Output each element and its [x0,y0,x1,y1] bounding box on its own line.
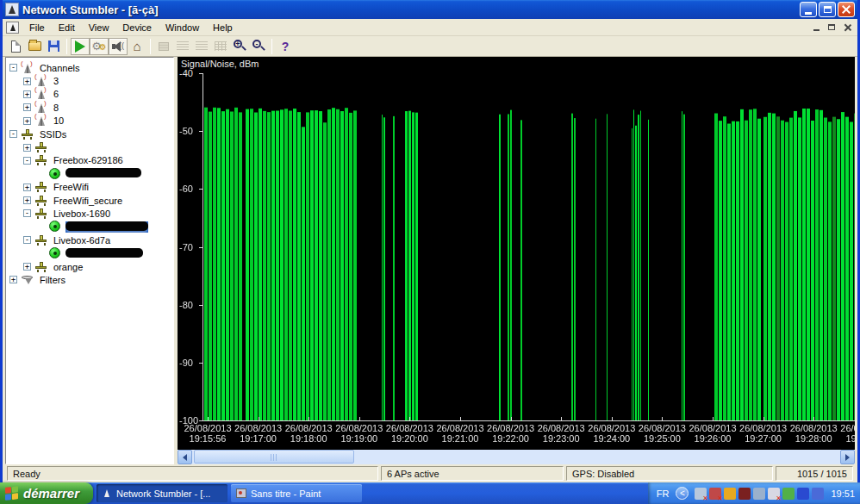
x-axis-tick [308,417,309,421]
menu-help[interactable]: Help [206,21,240,34]
tree-item-blank[interactable]: + [6,140,173,153]
open-file-button[interactable] [25,38,44,55]
collapse-toggle[interactable]: - [9,130,17,138]
toolbar: ⚙⚙((⌂+-? [3,36,857,57]
expand-toggle[interactable]: + [23,90,31,98]
start-button[interactable]: démarrer [0,482,93,504]
tree-item-freebox-629186[interactable]: -Freebox-629186 [6,154,173,167]
zoom-in-button[interactable]: + [230,38,249,55]
x-axis-tick [662,417,663,421]
expand-toggle[interactable]: + [23,144,31,152]
taskbar: démarrer Network Stumbler - [...Sans tit… [0,482,860,504]
network-disconnected-icon[interactable] [695,488,707,500]
tree-item-redacted-mac[interactable] [6,246,173,259]
close-icon [842,5,851,14]
tree-item-livebox-1690[interactable]: -Livebox-1690 [6,207,173,220]
usb-warning-icon[interactable] [724,488,736,500]
sound-button[interactable]: (( [109,38,128,55]
save-file-button[interactable] [44,38,63,55]
security-alert-icon[interactable] [709,488,721,500]
clock[interactable]: 19:51 [831,488,855,499]
ssid-icon [34,234,48,246]
ap-icon [48,221,62,233]
tree-item-freewifi-secure[interactable]: +FreeWifi_secure [6,194,173,207]
new-document-button[interactable] [6,38,25,55]
child-close-button[interactable] [840,22,854,34]
menu-edit[interactable]: Edit [52,21,82,34]
tree-item-10[interactable]: +( )10 [6,115,173,128]
y-axis-tick [199,247,203,248]
close-button[interactable] [838,2,855,17]
taskbar-button-paint[interactable]: Sans titre - Paint [231,484,362,502]
collapse-toggle[interactable]: - [23,209,31,217]
tree-item-label: 8 [52,103,60,113]
y-axis-tick [199,363,203,364]
ssid-icon [34,181,48,193]
status-aps-active: 6 APs active [381,466,564,481]
child-window-icon[interactable] [6,22,19,34]
tree-item-label [52,142,55,152]
child-minimize-button[interactable] [809,22,823,34]
scroll-left-button[interactable] [178,450,192,464]
menu-window[interactable]: Window [159,21,206,34]
tree-item-livebox-6d7a[interactable]: -Livebox-6d7a [6,233,173,246]
scrollbar-track[interactable] [192,450,840,464]
x-axis-tick [460,417,461,421]
zoom-out-button[interactable]: - [249,38,268,55]
restore-icon [824,6,832,13]
new-document-icon [11,40,21,53]
collapse-toggle[interactable]: - [9,64,17,72]
minimize-icon [813,29,819,31]
gps-home-button[interactable]: ⌂ [128,38,146,55]
expand-toggle[interactable]: + [23,184,31,191]
minimize-button[interactable] [800,2,817,17]
chart-horizontal-scrollbar[interactable] [178,450,855,464]
tree-item-8[interactable]: +( )8 [6,101,173,114]
redacted-mac-address [65,248,143,258]
updater-icon[interactable] [782,488,795,500]
view-list-small-icon [177,41,189,51]
expand-toggle[interactable]: + [23,103,31,111]
tree-item-label: Livebox-1690 [52,208,112,219]
tree-item-6[interactable]: +( )6 [6,88,173,101]
display-icon[interactable] [753,488,765,500]
expand-toggle[interactable]: + [9,276,17,283]
options-button[interactable]: ⚙⚙ [90,38,109,55]
network-tree: -( )Channels+( )3+( )6+( )8+( )10-SSIDs+… [5,57,174,464]
taskbar-button-network-stumbler[interactable]: Network Stumbler - [... [97,484,227,502]
child-restore-button[interactable] [825,22,838,34]
menu-view[interactable]: View [82,21,116,34]
scrollbar-thumb[interactable] [194,450,354,464]
battery-icon[interactable] [797,488,809,500]
x-axis-tick [511,417,512,421]
messenger-icon[interactable] [812,488,824,500]
start-scan-button[interactable] [71,38,90,55]
tree-item-orange[interactable]: +orange [6,260,173,273]
collapse-toggle[interactable]: - [23,157,31,165]
language-indicator[interactable]: FR [657,488,670,499]
expand-toggle[interactable]: + [23,78,31,85]
expand-toggle[interactable]: + [23,196,31,204]
menu-file[interactable]: File [22,21,52,34]
tree-item-filters[interactable]: +Filters [6,273,173,286]
view-details-button [192,38,211,55]
expand-toggle[interactable]: + [23,263,31,271]
menu-device[interactable]: Device [115,21,159,34]
tree-item-ssids[interactable]: -SSIDs [6,128,173,140]
restore-button[interactable] [819,2,836,17]
help-button[interactable]: ? [276,38,295,55]
expand-toggle[interactable]: + [23,117,31,125]
title-bar[interactable]: Network Stumbler - [ā-çà] [3,0,857,19]
open-file-icon [28,41,41,51]
tree-item-redacted-mac[interactable] [6,221,173,233]
antivirus-icon[interactable] [768,488,780,500]
hide-tray-icons-button[interactable]: < [676,487,689,500]
tree-item-3[interactable]: +( )3 [6,74,173,87]
tree-item-redacted-mac[interactable] [6,167,173,180]
collapse-toggle[interactable]: - [23,236,31,244]
scroll-right-button[interactable] [840,450,855,464]
burner-icon[interactable] [738,488,751,500]
tree-item-channels[interactable]: -( )Channels [6,61,173,74]
tree-item-freewifi[interactable]: +FreeWifi [6,181,173,194]
y-axis-tick [199,131,203,132]
